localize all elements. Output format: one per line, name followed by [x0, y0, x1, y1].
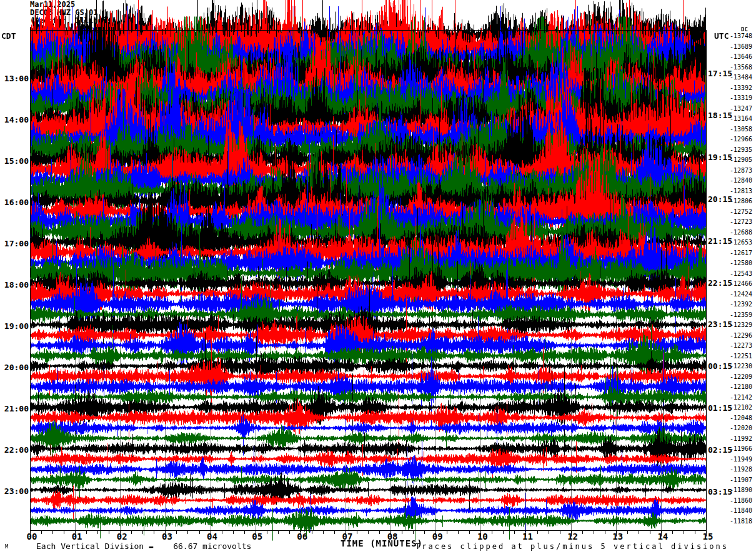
watermark-glyph: M [5, 543, 8, 550]
left-timezone-label: CDT [1, 31, 16, 41]
clip-note: Traces clipped at plus/minus 5 vertical … [415, 542, 729, 551]
seismogram-canvas [0, 0, 756, 554]
scale-note: Each Vertical Division = 66.67 microvolt… [36, 541, 251, 551]
right-timezone-label: UTC [714, 31, 729, 41]
helicorder-page: Mar11,2025 DEC08 HNZ GS 01 (Decatur, Ill… [0, 0, 756, 554]
dc-header-label: DC [741, 26, 748, 33]
x-axis-title: TIME (MINUTES) [341, 538, 423, 548]
